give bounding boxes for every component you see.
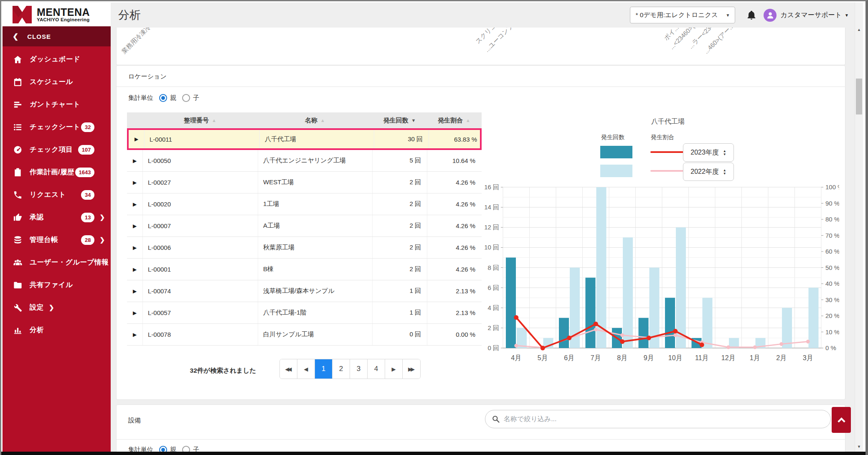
row-expand-arrow[interactable]: ▶: [127, 172, 142, 193]
row-expand-arrow[interactable]: ▶: [127, 237, 142, 258]
legend-bar-swatch-2022: [600, 165, 632, 177]
table-row[interactable]: ▶L-00074浅草橋工場/森本サンプル1 回2.13 %: [127, 280, 482, 302]
radio-child[interactable]: 子: [182, 94, 199, 102]
vertical-scrollbar[interactable]: ▲ ▼: [855, 3, 863, 452]
radio-child-control[interactable]: [182, 94, 190, 102]
scrollbar-down-arrow[interactable]: ▼: [855, 442, 863, 451]
aggregate-unit-row: 集計単位 親 子: [128, 94, 199, 102]
table-row[interactable]: ▶L-00027WEST工場2 回4.26 %: [127, 172, 482, 193]
prev-page-button[interactable]: ◀: [297, 359, 315, 379]
sort-arrow-icon[interactable]: ▲: [466, 118, 470, 123]
row-expand-arrow[interactable]: ▶: [129, 130, 144, 148]
radio-child-control[interactable]: [182, 446, 190, 452]
table-row[interactable]: ▶L-00011八千代工場30 回63.83 %: [127, 128, 482, 150]
svg-text:70 %: 70 %: [825, 232, 839, 239]
sidebar-item-approval[interactable]: 承認13❯: [3, 206, 111, 229]
sidebar-item-label: 管理台帳: [30, 235, 58, 244]
sidebar-item-request[interactable]: リクエスト34❯: [3, 183, 111, 206]
sidebar-item-ledger[interactable]: 管理台帳28❯: [3, 229, 111, 251]
sidebar-item-gantt-chart[interactable]: ガントチャート❯: [3, 93, 111, 116]
row-expand-arrow[interactable]: ▶: [127, 150, 142, 171]
equipment-search-input[interactable]: [485, 410, 831, 428]
chevron-left-icon: ❮: [13, 32, 19, 41]
radio-child[interactable]: 子: [182, 446, 199, 452]
cell-id: L-00057: [142, 302, 258, 323]
table-row[interactable]: ▶L-00006秋葉原工場2 回4.26 %: [127, 237, 482, 259]
sidebar-item-shared-files[interactable]: 共有ファイル❯: [3, 274, 111, 296]
radio-parent-control[interactable]: [159, 94, 167, 102]
first-page-button[interactable]: ◀◀: [280, 359, 297, 379]
sort-arrow-icon[interactable]: ▼: [411, 118, 416, 123]
sort-arrow-icon[interactable]: ▲: [320, 118, 325, 123]
next-page-button[interactable]: ▶: [385, 359, 403, 379]
cell-id: L-00007: [142, 215, 258, 236]
gantt-icon: [13, 99, 23, 109]
brand-logo[interactable]: MENTENA YACHIYO Engineering: [3, 3, 111, 26]
sidebar-item-schedule[interactable]: スケジュール❯: [3, 71, 111, 93]
sidebar-item-user-group-info[interactable]: ユーザー・グループ情報❯: [3, 251, 111, 274]
svg-text:4 回: 4 回: [487, 304, 499, 311]
row-expand-arrow[interactable]: ▶: [127, 302, 142, 323]
sidebar-item-settings[interactable]: 設定❯: [3, 296, 111, 319]
page-button-2[interactable]: 2: [332, 359, 350, 379]
row-expand-arrow[interactable]: ▶: [127, 324, 142, 345]
cell-name: A工場: [258, 215, 372, 236]
page-button-4[interactable]: 4: [368, 359, 385, 379]
radio-parent[interactable]: 親: [159, 94, 176, 102]
notifications-bell-icon[interactable]: [746, 10, 757, 20]
count-badge: 107: [78, 145, 95, 155]
svg-text:14 回: 14 回: [484, 203, 499, 211]
divider: [117, 439, 845, 440]
user-menu-caret-icon[interactable]: ▼: [845, 13, 849, 18]
column-header-1[interactable]: 整理番号▲: [142, 112, 258, 128]
scrollbar-up-arrow[interactable]: ▲: [855, 25, 863, 34]
sidebar-item-label: ガントチャート: [30, 100, 80, 109]
cell-id: L-00050: [142, 150, 258, 171]
scrollbar-thumb[interactable]: [856, 79, 862, 114]
sidebar-item-check-sheet[interactable]: チェックシート32❯: [3, 116, 111, 138]
tenant-select[interactable]: * 0デモ用:エレクトロニクス ▼: [630, 7, 735, 23]
sidebar-item-work-plan-history[interactable]: 作業計画/履歴1643❯: [3, 161, 111, 183]
table-row[interactable]: ▶L-00007A工場2 回4.26 %: [127, 215, 482, 237]
table-row[interactable]: ▶L-00001B棟2 回4.26 %: [127, 259, 482, 280]
table-row[interactable]: ▶L-00057八千代工場-1階1 回2.13 %: [127, 302, 482, 324]
user-name[interactable]: カスタマーサポート: [780, 11, 842, 20]
sidebar-item-analytics[interactable]: 分析❯: [3, 319, 111, 341]
user-avatar[interactable]: [764, 9, 777, 22]
radio-parent[interactable]: 親: [159, 446, 176, 452]
column-header-2[interactable]: 名称▲: [258, 112, 372, 128]
cell-count: 2 回: [372, 215, 427, 236]
table-row[interactable]: ▶L-000201工場2 回4.26 %: [127, 193, 482, 215]
row-expand-arrow[interactable]: ▶: [127, 193, 142, 215]
last-page-button[interactable]: ▶▶: [403, 359, 420, 379]
svg-text:80 %: 80 %: [825, 216, 839, 223]
table-row[interactable]: ▶L-00050八千代エンジニヤリング工場5 回10.64 %: [127, 150, 482, 172]
svg-text:50 %: 50 %: [825, 264, 839, 271]
sidebar-item-dashboard[interactable]: ダッシュボード❯: [3, 48, 111, 71]
row-expand-arrow[interactable]: ▶: [127, 259, 142, 280]
radio-parent-control[interactable]: [159, 446, 167, 452]
sidebar-item-label: ダッシュボード: [30, 55, 80, 64]
cell-id: L-00074: [142, 280, 258, 302]
page-button-3[interactable]: 3: [350, 359, 368, 379]
row-expand-arrow[interactable]: ▶: [127, 280, 142, 302]
clipboard-icon: [13, 167, 23, 177]
table-row[interactable]: ▶L-00078白川サンプル工場0 回0.00 %: [127, 324, 482, 346]
row-expand-arrow[interactable]: ▶: [127, 215, 142, 236]
location-table-body: ▶L-00011八千代工場30 回63.83 %▶L-00050八千代エンジニヤ…: [127, 128, 482, 346]
location-table-header: 整理番号▲名称▲発生回数▼発生割合▲: [127, 112, 482, 128]
year-select-2[interactable]: 2022年度 ▲▼: [683, 163, 734, 181]
page-button-1[interactable]: 1: [315, 359, 332, 379]
brand-name: MENTENA: [37, 7, 90, 17]
scroll-to-top-button[interactable]: [832, 407, 851, 433]
column-header-3[interactable]: 発生回数▼: [372, 112, 427, 128]
cell-name: 浅草橋工場/森本サンプル: [258, 280, 372, 302]
sidebar-item-check-items[interactable]: チェック項目107❯: [3, 138, 111, 161]
svg-text:12月: 12月: [721, 354, 736, 361]
year-select-1[interactable]: 2023年度 ▲▼: [683, 143, 734, 162]
sidebar-close-button[interactable]: ❮ CLOSE: [3, 26, 111, 46]
sort-arrow-icon[interactable]: ▲: [212, 118, 216, 123]
svg-text:100 %: 100 %: [825, 183, 839, 191]
svg-text:10 %: 10 %: [825, 328, 839, 336]
column-header-4[interactable]: 発生割合▲: [427, 112, 481, 128]
